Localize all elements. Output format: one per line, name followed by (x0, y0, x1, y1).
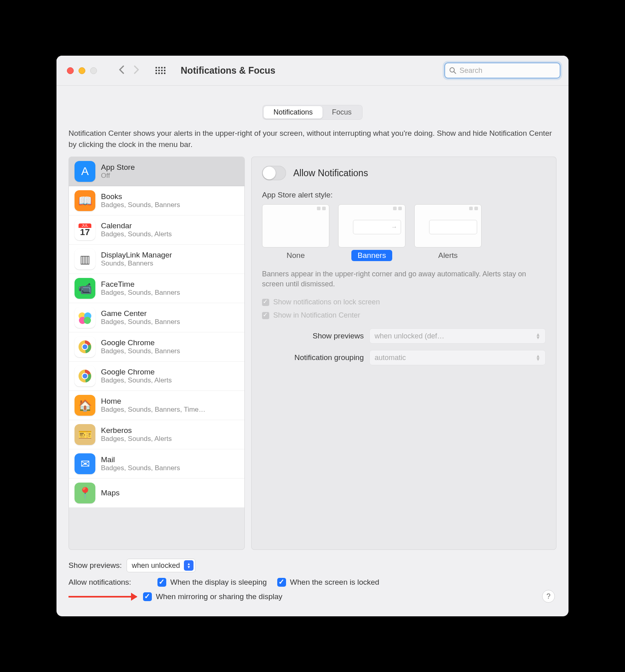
app-row[interactable]: 📹FaceTimeBadges, Sounds, Banners (69, 274, 244, 303)
svg-point-11 (83, 374, 87, 378)
show-all-button[interactable] (155, 67, 165, 74)
app-icon (75, 366, 95, 386)
back-button[interactable] (119, 65, 124, 76)
app-icon: 📖 (75, 190, 95, 211)
app-icon: 📹 (75, 278, 95, 299)
alert-styles: None → Banners Alerts (262, 204, 546, 261)
app-name-label: FaceTime (101, 280, 180, 289)
style-banners-label: Banners (351, 250, 393, 261)
app-sub-label: Badges, Sounds, Banners, Time… (101, 406, 206, 414)
allow-notifications-row: Allow notifications: When the display is… (69, 578, 556, 587)
global-previews-value: when unlocked (132, 561, 180, 570)
locked-checkbox[interactable] (277, 578, 286, 587)
app-row[interactable]: Game CenterBadges, Sounds, Banners (69, 303, 244, 332)
panes: AApp StoreOff📖BooksBadges, Sounds, Banne… (69, 156, 556, 550)
tab-notifications[interactable]: Notifications (264, 106, 322, 119)
chevron-updown-icon: ▲▼ (536, 354, 540, 361)
grouping-row: Notification grouping automatic ▲▼ (262, 350, 546, 365)
tab-switcher: Notifications Focus (262, 105, 362, 120)
show-previews-label: Show previews (262, 332, 364, 340)
sleeping-label: When the display is sleeping (170, 578, 267, 587)
app-name-label: Game Center (101, 309, 180, 318)
app-icon (75, 307, 95, 328)
app-sub-label: Badges, Sounds, Alerts (101, 230, 172, 238)
svg-line-1 (454, 72, 456, 74)
app-list-panel: AApp StoreOff📖BooksBadges, Sounds, Banne… (69, 157, 245, 550)
app-name-label: Google Chrome (101, 338, 180, 347)
lock-screen-label: Show notifications on lock screen (273, 298, 380, 306)
app-row[interactable]: Google ChromeBadges, Sounds, Banners (69, 332, 244, 362)
search-input[interactable] (460, 66, 556, 75)
style-banners[interactable]: → Banners (338, 204, 405, 261)
app-sub-label: Badges, Sounds, Banners (101, 318, 180, 326)
app-sub-label: Badges, Sounds, Alerts (101, 376, 172, 384)
app-name-label: Books (101, 192, 180, 201)
arrow-right-icon: → (391, 223, 397, 231)
app-row[interactable]: 📍Maps (69, 479, 244, 507)
app-name-label: Kerberos (101, 426, 172, 435)
app-row[interactable]: 🏠HomeBadges, Sounds, Banners, Time… (69, 391, 244, 420)
notif-center-label: Show in Notification Center (273, 311, 360, 320)
search-field[interactable] (444, 62, 560, 78)
style-none-label: None (280, 250, 311, 261)
global-previews-label: Show previews: (69, 561, 122, 570)
app-row[interactable]: 🎫KerberosBadges, Sounds, Alerts (69, 420, 244, 449)
allow-notifications-label: Allow Notifications (293, 168, 368, 179)
grouping-label: Notification grouping (262, 353, 364, 362)
app-row[interactable]: 📖BooksBadges, Sounds, Banners (69, 186, 244, 215)
chevron-updown-icon: ▲▼ (184, 560, 194, 571)
app-icon: ▥ (75, 249, 95, 270)
mirroring-checkbox[interactable] (143, 592, 152, 601)
app-row[interactable]: AApp StoreOff (69, 157, 244, 186)
app-row[interactable]: JUL17CalendarBadges, Sounds, Alerts (69, 215, 244, 245)
app-name-label: Maps (101, 489, 119, 497)
description-text: Notification Center shows your alerts in… (69, 128, 556, 150)
app-name-label: Mail (101, 455, 180, 464)
help-button[interactable]: ? (542, 590, 555, 603)
lock-screen-checkbox (262, 299, 269, 306)
app-name-label: Home (101, 397, 206, 406)
sleeping-checkbox[interactable] (157, 578, 166, 587)
app-sub-label: Badges, Sounds, Banners (101, 201, 180, 209)
app-name-label: Calendar (101, 221, 172, 230)
allow-notifications-switch[interactable] (262, 166, 286, 180)
window-controls (67, 67, 97, 74)
minimize-button[interactable] (79, 67, 85, 74)
app-sub-label: Badges, Sounds, Alerts (101, 435, 172, 443)
app-sub-label: Badges, Sounds, Banners (101, 347, 180, 355)
lock-screen-checkbox-row: Show notifications on lock screen (262, 298, 546, 306)
global-previews-row: Show previews: when unlocked ▲▼ (69, 559, 556, 572)
app-icon: 🏠 (75, 395, 95, 416)
tab-focus[interactable]: Focus (323, 106, 361, 119)
forward-button (134, 65, 139, 76)
svg-point-8 (83, 344, 87, 349)
style-alerts[interactable]: Alerts (414, 204, 482, 261)
app-row[interactable]: ✉MailBadges, Sounds, Banners (69, 449, 244, 479)
app-name-label: App Store (101, 163, 135, 172)
app-sub-label: Sounds, Banners (101, 260, 172, 268)
zoom-button (90, 67, 97, 74)
chevron-updown-icon: ▲▼ (536, 333, 540, 339)
app-list[interactable]: AApp StoreOff📖BooksBadges, Sounds, Banne… (69, 157, 244, 549)
style-none-preview (262, 204, 329, 247)
close-button[interactable] (67, 67, 74, 74)
svg-point-5 (84, 317, 91, 324)
app-sub-label: Off (101, 172, 135, 180)
style-alerts-preview (414, 204, 482, 247)
preferences-window: Notifications & Focus Notifications Focu… (56, 56, 569, 616)
notif-center-checkbox (262, 312, 269, 319)
search-icon (449, 67, 456, 74)
app-name-label: DisplayLink Manager (101, 251, 172, 260)
grouping-value: automatic (375, 354, 406, 362)
notif-center-checkbox-row: Show in Notification Center (262, 311, 546, 320)
app-icon: 📍 (75, 483, 95, 503)
app-icon: ✉ (75, 453, 95, 474)
global-previews-select[interactable]: when unlocked ▲▼ (127, 559, 196, 572)
window-title: Notifications & Focus (181, 65, 275, 76)
app-name-label: Google Chrome (101, 368, 172, 376)
app-details-panel: Allow Notifications App Store alert styl… (251, 157, 556, 550)
app-sub-label: Badges, Sounds, Banners (101, 289, 180, 297)
app-row[interactable]: Google ChromeBadges, Sounds, Alerts (69, 362, 244, 391)
app-row[interactable]: ▥DisplayLink ManagerSounds, Banners (69, 245, 244, 274)
style-none[interactable]: None (262, 204, 329, 261)
